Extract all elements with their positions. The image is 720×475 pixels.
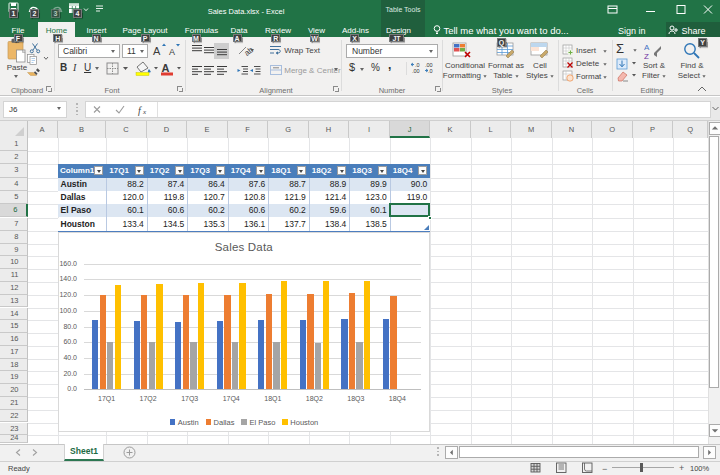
svg-text:A: A <box>169 47 175 57</box>
svg-text:.00: .00 <box>412 68 420 74</box>
svg-text:Z: Z <box>644 52 649 60</box>
svg-text:A: A <box>162 62 170 74</box>
svg-text:x: x <box>142 108 147 116</box>
svg-text:A: A <box>644 43 650 52</box>
svg-text:ab: ab <box>243 45 255 57</box>
svg-text:A: A <box>153 45 161 57</box>
svg-text:.0: .0 <box>428 68 433 74</box>
svg-text:f: f <box>138 105 142 116</box>
